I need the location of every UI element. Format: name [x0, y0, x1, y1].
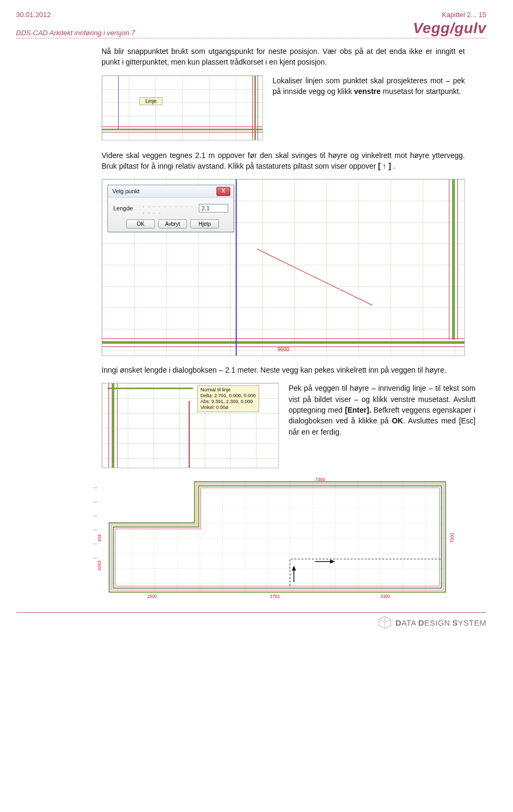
- wall-edge-v: [254, 76, 256, 140]
- p5-bold-ok: OK: [392, 416, 403, 425]
- footer-brand: DATA DESIGN SYSTEM: [395, 618, 486, 627]
- wall-line-inner-2: [102, 132, 262, 132]
- p3-span-a: Videre skal veggen tegnes 2.1 m oppover …: [102, 151, 465, 170]
- figure-dialog: 9600 Velg punkt X Lengde . . . . . . . .…: [102, 179, 465, 356]
- p5-bold-enter: [Enter].: [345, 406, 371, 414]
- logo-icon: [377, 616, 392, 629]
- p3-span-b: .: [391, 162, 395, 170]
- dialog-title: Velg punkt: [112, 188, 139, 194]
- dimension-9600: 9600: [277, 346, 289, 352]
- dialog-titlebar: Velg punkt X: [108, 185, 234, 198]
- paragraph-2: Lokaliser linjen som punktet skal prosje…: [273, 75, 465, 97]
- length-label: Lengde: [113, 205, 143, 211]
- plan-svg: 7300 7000 404 4263 1500 3781 3300: [64, 478, 476, 598]
- dim-bottom-left: 1500: [147, 594, 157, 598]
- tooltip-line4: Vinkel: 0.00ø: [200, 405, 256, 411]
- dim-top: 7300: [315, 478, 325, 482]
- footer: DATA DESIGN SYSTEM: [16, 616, 486, 633]
- header-chapter: Kapittel 2... 15: [442, 11, 486, 19]
- wall-line-inner-1: [102, 127, 262, 127]
- paragraph-4: Inngi ønsket lengde i dialogboksen – 2.1…: [102, 365, 465, 375]
- wall-left-inner-2: [117, 383, 118, 468]
- brand-d2: D: [418, 618, 424, 627]
- guide-line-vertical: [118, 76, 119, 130]
- p3-bold: [ ↑ ]: [378, 162, 391, 170]
- wall-line-h: [102, 129, 262, 130]
- help-button[interactable]: Hjelp: [190, 219, 219, 228]
- figure-linje: Linje: [102, 75, 263, 140]
- length-input[interactable]: 2.1: [199, 204, 228, 212]
- selected-line: [189, 401, 190, 468]
- svg-line-11: [385, 620, 391, 623]
- tooltip-line2: Delta: 2.791, 0.000, 0.000: [200, 393, 256, 399]
- dots-filler: . . . . . . . . . . . . . .: [143, 202, 199, 215]
- p2-bold: venstre: [354, 87, 381, 96]
- wall-bottom-inner-2: [102, 338, 464, 339]
- wall-right-inner-2: [449, 179, 449, 340]
- header-product: DDS-CAD Arkitekt innføring i versjon 7: [16, 29, 135, 37]
- wall-right-inner-1: [457, 179, 458, 340]
- p2-span-b: musetast for startpunkt.: [380, 87, 461, 96]
- dim-left-lower: 4263: [97, 561, 102, 571]
- velg-punkt-dialog: Velg punkt X Lengde . . . . . . . . . . …: [107, 185, 234, 232]
- brand-s: S: [453, 618, 458, 627]
- footer-divider: [16, 612, 486, 613]
- blue-marker-vertical: [236, 179, 237, 356]
- figure-normal-linje: Normal til linje Delta: 2.791, 0.000, 0.…: [102, 383, 279, 468]
- dim-bottom-mid: 3781: [270, 594, 280, 598]
- wall-edge-inner-2: [258, 76, 258, 140]
- header-section-title: Vegg/gulv: [413, 20, 486, 37]
- svg-line-10: [379, 620, 385, 623]
- paragraph-5: Pek på veggen til høyre – innvendig linj…: [289, 383, 476, 437]
- dim-left-upper: 404: [97, 534, 102, 542]
- brand-d1: D: [395, 618, 401, 627]
- wall-left: [112, 383, 114, 468]
- snap-tooltip: Normal til linje Delta: 2.791, 0.000, 0.…: [197, 385, 259, 412]
- figure-plan: 7300 7000 404 4263 1500 3781 3300: [64, 478, 476, 606]
- brand-ata: ATA: [401, 618, 418, 627]
- paragraph-1: Nå blir snappunktet brukt som utgangspun…: [102, 46, 465, 68]
- wall-left-inner-1: [108, 383, 109, 468]
- grid-background: [102, 76, 262, 140]
- wall-edge-inner-1: [252, 76, 253, 140]
- dim-right: 7000: [449, 533, 455, 543]
- wall-bottom: [102, 341, 464, 344]
- cancel-button[interactable]: Avbryt: [158, 219, 187, 228]
- paragraph-3: Videre skal veggen tegnes 2.1 m oppover …: [102, 150, 465, 172]
- brand-esign: ESIGN: [424, 618, 453, 627]
- brand-ystem: YSTEM: [458, 618, 486, 627]
- tooltip-line1: Normal til linje: [200, 387, 256, 393]
- linje-tooltip: Linje: [139, 97, 162, 105]
- header-divider: [16, 38, 486, 38]
- wall-top: [107, 388, 193, 389]
- close-icon[interactable]: X: [216, 187, 230, 196]
- wall-right: [452, 179, 455, 340]
- header-date: 30.01.2012: [16, 11, 51, 19]
- dim-bottom-right: 3300: [380, 594, 391, 598]
- ok-button[interactable]: OK: [126, 219, 155, 228]
- tooltip-line3: Abs: 9.391, 2.309, 0.000: [200, 399, 256, 405]
